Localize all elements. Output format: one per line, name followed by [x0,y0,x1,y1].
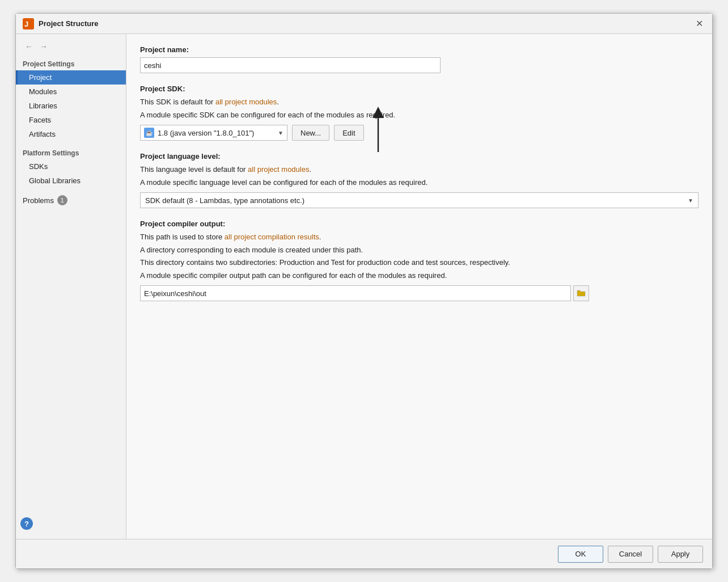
title-bar-left: J Project Structure [23,18,98,29]
sidebar-item-problems[interactable]: Problems 1 [16,192,126,208]
project-settings-header: Project Settings [16,57,126,70]
main-area: Project name: Project SDK: This SDK is d… [126,34,712,539]
project-name-label: Project name: [140,45,699,54]
folder-browse-button[interactable] [573,285,589,301]
compiler-desc1: This path is used to store all project c… [140,231,699,243]
lang-dropdown-arrow-icon: ▼ [688,197,693,204]
lang-section-label: Project language level: [140,152,699,161]
sdk-desc2: A module specific SDK can be configured … [140,109,699,121]
folder-icon [577,289,586,297]
forward-arrow[interactable]: → [37,41,50,52]
project-name-input[interactable] [140,57,441,73]
problems-badge: 1 [57,195,67,205]
lang-desc1: This language level is default for all p… [140,164,699,175]
compiler-output-row [140,285,699,301]
lang-desc2: A module specific language level can be … [140,177,699,188]
sidebar-item-sdks[interactable]: SDKs [16,159,126,174]
language-section: Project language level: This language le… [140,152,699,208]
ok-button[interactable]: OK [558,546,603,563]
problems-label: Problems [23,196,54,205]
compiler-desc2: A directory corresponding to each module… [140,244,699,256]
nav-footer: ? [16,513,126,534]
sdk-icon: ☕ [144,128,154,138]
lang-desc1-highlight: all project modules [248,165,309,174]
sdk-section: Project SDK: This SDK is default for all… [140,85,699,141]
apply-button[interactable]: Apply [658,546,703,563]
dialog-title: Project Structure [39,19,98,28]
title-bar: J Project Structure ✕ [16,14,712,34]
lang-dropdown-value: SDK default (8 - Lambdas, type annotatio… [145,196,304,205]
lang-dropdown[interactable]: SDK default (8 - Lambdas, type annotatio… [140,192,699,208]
sdk-dropdown-value: 1.8 (java version "1.8.0_101") [158,129,254,137]
sidebar-item-libraries[interactable]: Libraries [16,99,126,113]
sdk-dropdown-arrow-icon: ▼ [278,130,283,136]
compiler-path-input[interactable] [140,285,571,301]
sidebar: ← → Project Settings Project Modules Lib… [16,34,126,539]
compiler-section-label: Project compiler output: [140,220,699,228]
sdk-desc1: This SDK is default for all project modu… [140,96,699,108]
sdk-new-button[interactable]: New... [292,125,329,141]
compiler-desc4: A module specific compiler output path c… [140,270,699,281]
sdk-dropdown[interactable]: ☕ 1.8 (java version "1.8.0_101") ▼ [140,125,287,141]
close-button[interactable]: ✕ [693,18,705,30]
app-icon: J [23,18,34,29]
help-button[interactable]: ? [20,517,33,530]
sdk-desc1-highlight: all project modules [215,98,277,106]
platform-settings-header: Platform Settings [16,146,126,159]
main-content: Project name: Project SDK: This SDK is d… [126,34,712,539]
compiler-desc3: This directory contains two subdirectori… [140,257,699,268]
sidebar-item-project[interactable]: Project [16,70,126,85]
project-name-section: Project name: [140,45,699,73]
dialog-body: ← → Project Settings Project Modules Lib… [16,34,712,539]
compiler-section: Project compiler output: This path is us… [140,220,699,301]
sdk-edit-button[interactable]: Edit [334,125,363,141]
sidebar-item-facets[interactable]: Facets [16,113,126,127]
sdk-section-label: Project SDK: [140,85,699,93]
svg-text:J: J [24,20,28,28]
sidebar-item-global-libraries[interactable]: Global Libraries [16,174,126,188]
cancel-button[interactable]: Cancel [608,546,653,563]
platform-settings-section: Platform Settings SDKs Global Libraries [16,146,126,188]
sdk-row: ☕ 1.8 (java version "1.8.0_101") ▼ New..… [140,125,699,141]
compiler-desc1-highlight: all project compilation results [225,233,319,241]
nav-breadcrumb: ← → [16,39,126,54]
sidebar-item-modules[interactable]: Modules [16,85,126,99]
back-arrow[interactable]: ← [23,41,35,52]
project-structure-dialog: J Project Structure ✕ ← → Project Settin… [15,13,713,569]
sidebar-item-artifacts[interactable]: Artifacts [16,127,126,141]
dialog-footer: OK Cancel Apply [16,539,712,568]
